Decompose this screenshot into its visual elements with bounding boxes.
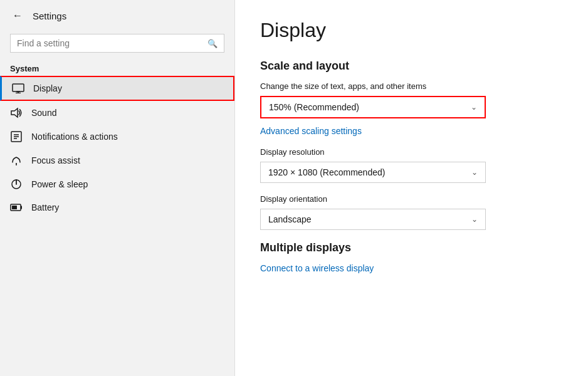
scale-dropdown[interactable]: 150% (Recommended) ⌄ [260, 96, 486, 118]
system-section-label: System [0, 60, 234, 76]
battery-label: Battery [31, 202, 59, 212]
scale-dropdown-chevron: ⌄ [471, 103, 477, 112]
orientation-label: Display orientation [260, 194, 563, 204]
resolution-section: Display resolution 1920 × 1080 (Recommen… [260, 147, 563, 183]
sidebar-item-sound[interactable]: Sound [0, 101, 234, 125]
resolution-label: Display resolution [260, 147, 563, 157]
scale-dropdown-wrapper: 150% (Recommended) ⌄ [260, 96, 563, 118]
search-icon: 🔍 [207, 39, 218, 48]
search-input[interactable] [17, 38, 202, 48]
battery-icon [10, 203, 23, 212]
resolution-dropdown[interactable]: 1920 × 1080 (Recommended) ⌄ [260, 162, 486, 183]
power-sleep-label: Power & sleep [31, 179, 88, 189]
focus-assist-label: Focus assist [31, 155, 80, 165]
back-button[interactable]: ← [10, 8, 25, 24]
scale-section: Scale and layout Change the size of text… [260, 60, 563, 136]
svg-rect-0 [13, 84, 24, 91]
notifications-label: Notifications & actions [31, 132, 118, 142]
sidebar-title: Settings [33, 11, 66, 21]
svg-rect-15 [12, 206, 17, 209]
sidebar-item-focus-assist[interactable]: Focus assist [0, 149, 234, 172]
scale-section-title: Scale and layout [260, 60, 563, 73]
sound-label: Sound [31, 108, 56, 118]
orientation-dropdown-wrapper: Landscape ⌄ [260, 209, 563, 230]
main-content: Display Scale and layout Change the size… [235, 0, 588, 376]
multiple-displays-section: Multiple displays Connect to a wireless … [260, 241, 563, 273]
power-sleep-icon [10, 179, 23, 190]
focus-assist-icon [10, 155, 23, 166]
sidebar-item-power-sleep[interactable]: Power & sleep [0, 172, 234, 196]
connect-wireless-link[interactable]: Connect to a wireless display [260, 263, 563, 273]
resolution-dropdown-wrapper: 1920 × 1080 (Recommended) ⌄ [260, 162, 563, 183]
orientation-section: Display orientation Landscape ⌄ [260, 194, 563, 230]
svg-marker-4 [11, 108, 18, 117]
display-icon [12, 83, 24, 93]
sidebar-item-display[interactable]: Display [0, 76, 234, 101]
orientation-dropdown[interactable]: Landscape ⌄ [260, 209, 486, 230]
search-box[interactable]: 🔍 [10, 34, 224, 53]
multiple-displays-title: Multiple displays [260, 241, 563, 254]
scale-change-label: Change the size of text, apps, and other… [260, 81, 563, 91]
sound-icon [10, 107, 23, 118]
sidebar-header: ← Settings [0, 0, 234, 29]
resolution-dropdown-value: 1920 × 1080 (Recommended) [268, 167, 385, 177]
scale-dropdown-value: 150% (Recommended) [269, 102, 359, 112]
sidebar-item-battery[interactable]: Battery [0, 196, 234, 219]
page-title: Display [260, 19, 563, 42]
sidebar-item-notifications[interactable]: Notifications & actions [0, 125, 234, 149]
orientation-dropdown-value: Landscape [268, 214, 312, 224]
display-label: Display [33, 83, 62, 93]
notifications-icon [10, 131, 23, 142]
svg-rect-14 [21, 206, 22, 209]
svg-point-10 [16, 163, 17, 164]
advanced-scaling-link[interactable]: Advanced scaling settings [260, 126, 563, 136]
sidebar: ← Settings 🔍 System Display Soun [0, 0, 235, 376]
orientation-dropdown-chevron: ⌄ [471, 215, 478, 224]
resolution-dropdown-chevron: ⌄ [471, 168, 478, 177]
